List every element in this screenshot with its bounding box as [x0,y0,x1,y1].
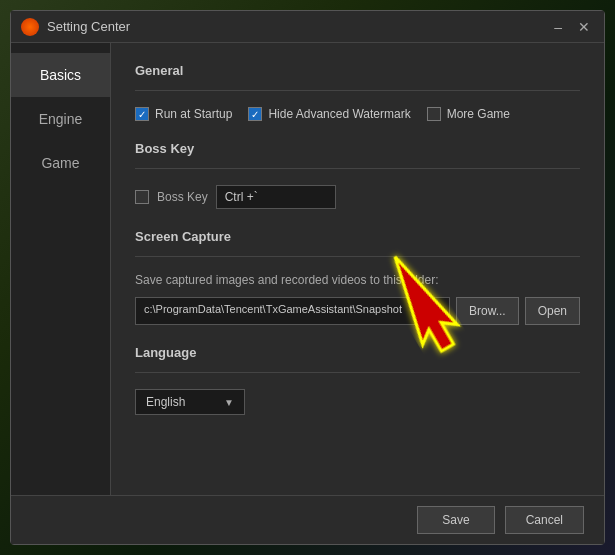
sidebar-item-engine[interactable]: Engine [11,97,110,141]
run-at-startup-option[interactable]: Run at Startup [135,107,232,121]
general-section: General Run at Startup Hide Advanced Wat… [135,63,580,121]
more-game-checkbox[interactable] [427,107,441,121]
boss-key-divider [135,168,580,169]
run-at-startup-label: Run at Startup [155,107,232,121]
capture-path-input[interactable]: c:\ProgramData\Tencent\TxGameAssistant\S… [135,297,450,325]
bottom-bar: Save Cancel [11,495,604,544]
boss-key-title: Boss Key [135,141,580,156]
boss-key-checkbox[interactable] [135,190,149,204]
boss-key-label: Boss Key [157,190,208,204]
sidebar: Basics Engine Game [11,43,111,495]
screen-capture-title: Screen Capture [135,229,580,244]
run-at-startup-checkbox[interactable] [135,107,149,121]
general-divider [135,90,580,91]
more-game-label: More Game [447,107,510,121]
hide-watermark-label: Hide Advanced Watermark [268,107,410,121]
language-current-value: English [146,395,185,409]
browse-button[interactable]: Brow... [456,297,519,325]
open-button[interactable]: Open [525,297,580,325]
sidebar-item-game[interactable]: Game [11,141,110,185]
language-divider [135,372,580,373]
content-area: Basics Engine Game General Run at Startu… [11,43,604,495]
capture-path-row: c:\ProgramData\Tencent\TxGameAssistant\S… [135,297,580,325]
save-button[interactable]: Save [417,506,494,534]
language-dropdown[interactable]: English ▼ [135,389,245,415]
dropdown-arrow-icon: ▼ [224,397,234,408]
minimize-button[interactable]: – [550,20,566,34]
boss-key-shortcut[interactable]: Ctrl + ` [216,185,336,209]
window-controls: – ✕ [550,20,594,34]
general-options-row: Run at Startup Hide Advanced Watermark M… [135,107,580,121]
app-icon [21,18,39,36]
title-bar: Setting Center – ✕ [11,11,604,43]
sidebar-item-basics[interactable]: Basics [11,53,110,97]
cancel-button[interactable]: Cancel [505,506,584,534]
more-game-option[interactable]: More Game [427,107,510,121]
main-panel: General Run at Startup Hide Advanced Wat… [111,43,604,495]
hide-watermark-option[interactable]: Hide Advanced Watermark [248,107,410,121]
screen-capture-section: Screen Capture Save captured images and … [135,229,580,325]
setting-dialog: Setting Center – ✕ Basics Engine Game Ge… [10,10,605,545]
close-button[interactable]: ✕ [574,20,594,34]
hide-watermark-checkbox[interactable] [248,107,262,121]
boss-key-section: Boss Key Boss Key Ctrl + ` [135,141,580,209]
language-section: Language English ▼ [135,345,580,415]
language-title: Language [135,345,580,360]
capture-description: Save captured images and recorded videos… [135,273,580,287]
boss-key-row: Boss Key Ctrl + ` [135,185,580,209]
screen-capture-divider [135,256,580,257]
general-title: General [135,63,580,78]
dialog-title: Setting Center [47,19,550,34]
